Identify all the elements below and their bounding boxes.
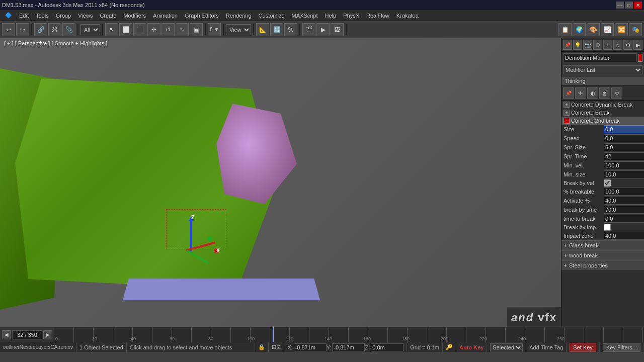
motion-icon[interactable]: ▶ [633,40,642,50]
menu-item-edit[interactable]: Edit [16,12,32,20]
redo-button[interactable]: ↪ [16,23,29,36]
menu-item-krakatoa[interactable]: Krakatoa [393,12,422,20]
move-button[interactable]: ✛ [147,23,160,36]
prop-break-by-vel-checkbox[interactable] [604,179,611,187]
prop-time-to-break-input[interactable] [604,215,644,223]
ref-coord-button[interactable]: 6 ▼ [208,23,221,36]
selection-mode-select[interactable]: Selected [490,343,523,351]
show-result-icon[interactable]: ◐ [587,87,598,99]
system-icon[interactable]: ⚙ [623,40,632,50]
prop-spr-time-input[interactable] [604,152,644,160]
menu-item-views[interactable]: Views [75,12,96,20]
viewport[interactable]: Z X [ + ] [ Perspective ] [ Smooth + Hig… [0,38,561,327]
ruler-label-60: 60 [170,336,175,341]
section-wood-break[interactable]: + wood break [561,250,644,260]
minimize-button[interactable]: — [616,2,624,9]
menu-item-graph-editors[interactable]: Graph Editors [182,12,222,20]
scale2-button[interactable]: ▣ [190,23,203,36]
select-type-button[interactable]: ⬛ [133,23,146,36]
prop-size-input[interactable] [604,125,644,133]
section-glass-break[interactable]: + Glass break [561,240,644,250]
prop-pct-breakable-input[interactable] [604,188,644,196]
menu-item-physx[interactable]: PhysX [340,12,362,20]
scale-button[interactable]: ⤡ [176,23,189,36]
environment-button[interactable]: 🌍 [573,23,586,36]
menu-item-tools[interactable]: Tools [33,12,52,20]
layer-manager-button[interactable]: 📋 [558,23,572,36]
remove-modifier-icon[interactable]: 🗑 [599,87,610,99]
render-setup-button[interactable]: 🎬 [302,23,315,36]
stack-item-concrete-2nd-break[interactable]: − Concrete 2nd break [561,117,644,125]
prop-spr-size-input[interactable] [604,143,644,151]
menu-item-animation[interactable]: Animation [150,12,181,20]
status-add-time-tag[interactable]: Add Time Tag [526,342,567,352]
frame-display[interactable] [12,330,42,339]
snap-button[interactable]: 📐 [256,23,269,36]
angle-snap-button[interactable]: 🔢 [270,23,283,36]
link-button[interactable]: 🔗 [34,23,47,36]
prop-impact-zone-input[interactable] [604,232,644,240]
prop-break-by-imp-checkbox[interactable] [604,224,611,231]
color-clipboard-button[interactable]: 🎭 [629,23,642,36]
prop-break-by-time-input[interactable] [604,206,644,214]
prop-min-size-input[interactable] [604,170,644,178]
stack-item-concrete-dynamic[interactable]: + Concrete Dynamic Break [561,101,644,109]
light-icon[interactable]: 💡 [573,40,582,50]
key-filters-button[interactable]: Key Filters... [603,343,640,352]
schematic-button[interactable]: 🔀 [615,23,628,36]
status-key-filters[interactable]: Key Filters... [600,342,644,352]
maximize-button[interactable]: □ [625,2,633,9]
close-button[interactable]: ✕ [634,2,642,9]
pin-modifier-icon[interactable]: 📌 [563,87,574,99]
menu-item-maxscript[interactable]: MAXScript [289,12,321,20]
z-label: Z: [365,344,370,350]
modifier-list-select[interactable]: Modifier List [563,65,642,74]
menu-item-group[interactable]: Group [53,12,74,20]
render-button[interactable]: ▶ [316,23,330,36]
config-modifier-icon[interactable]: ⚙ [611,87,622,99]
view-select[interactable]: View [226,24,251,35]
geo-icon[interactable]: ⬡ [593,40,602,50]
status-lock-icon[interactable]: 🔒 [255,342,269,352]
curve-editor-button[interactable]: 📈 [601,23,614,36]
camera-icon[interactable]: 📷 [583,40,592,50]
prop-min-vel-label: Min. vel. [564,162,604,168]
helper-icon[interactable]: + [603,40,612,50]
select-button[interactable]: ↖ [105,23,118,36]
prop-speed-input[interactable] [604,134,644,142]
object-color-box[interactable] [638,54,642,62]
select-region-button[interactable]: ⬜ [119,23,132,36]
prop-min-vel-input[interactable] [604,161,644,169]
undo-button[interactable]: ↩ [2,23,15,36]
rotate-button[interactable]: ↺ [162,23,175,36]
menu-item-create[interactable]: Create [97,12,119,20]
material-editor-button[interactable]: 🎨 [587,23,600,36]
menu-item-logo[interactable]: 🔷 [2,11,15,20]
section-steel-properties[interactable]: + Steel properties [561,260,644,270]
render-frame-button[interactable]: 🖼 [331,23,344,36]
menu-item-rendering[interactable]: Rendering [223,12,255,20]
menu-item-customize[interactable]: Customize [256,12,288,20]
spacewarp-icon[interactable]: ∿ [613,40,622,50]
x-field[interactable] [294,343,327,351]
timeline-ruler[interactable]: 0 20 40 60 80 100 120 140 160 180 200 22… [54,327,644,342]
add-time-tag-label[interactable]: Add Time Tag [529,344,563,350]
status-set-key[interactable]: Set Key [567,342,600,352]
unlink-button[interactable]: ⛓ [48,23,61,36]
menu-item-help[interactable]: Help [322,12,340,20]
show-modifier-icon[interactable]: 👁 [575,87,586,99]
set-key-button[interactable]: Set Key [570,343,596,352]
y-field[interactable] [332,343,365,351]
object-name-field[interactable] [563,53,636,62]
z-field[interactable] [371,343,404,351]
stack-item-concrete-break[interactable]: + Concrete Break [561,109,644,117]
timeline-forward-btn[interactable]: ▶ [43,330,52,339]
prop-activate-pct-input[interactable] [604,197,644,205]
bind-button[interactable]: 📎 [62,23,75,36]
menu-item-realflow[interactable]: RealFlow [363,12,392,20]
timeline-back-btn[interactable]: ◀ [2,330,11,339]
pct-snap-button[interactable]: % [284,23,297,36]
menu-item-modifiers[interactable]: Modifiers [120,12,149,20]
pin-icon[interactable]: 📌 [563,40,572,50]
filter-select[interactable]: All [80,24,100,35]
